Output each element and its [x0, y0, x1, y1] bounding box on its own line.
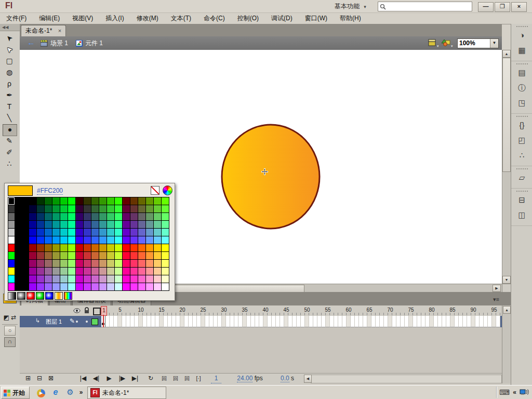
frame-20[interactable]	[180, 316, 184, 327]
color-swatch[interactable]	[162, 229, 169, 236]
color-swatch[interactable]	[99, 229, 107, 236]
zoom-dropdown-button[interactable]: ▼	[490, 39, 498, 48]
color-swatch[interactable]	[138, 260, 145, 267]
color-swatch[interactable]	[107, 268, 114, 275]
frame-12[interactable]	[147, 316, 151, 327]
onion-skin-button[interactable]: 回	[170, 374, 181, 383]
color-swatch[interactable]	[115, 260, 122, 267]
color-swatch[interactable]	[115, 275, 122, 283]
color-swatch[interactable]	[123, 197, 130, 205]
transform-panel-icon[interactable]: ◳	[515, 96, 529, 110]
frame-50[interactable]	[305, 316, 309, 327]
color-swatch[interactable]	[29, 221, 36, 228]
line-tool[interactable]: ╲	[3, 113, 16, 124]
color-swatch[interactable]	[162, 283, 169, 290]
color-swatch[interactable]	[123, 275, 130, 283]
color-swatch[interactable]	[29, 260, 36, 267]
color-swatch[interactable]	[154, 252, 161, 259]
color-swatch[interactable]	[115, 221, 122, 228]
color-swatch[interactable]	[130, 205, 138, 212]
frame-58[interactable]	[338, 316, 342, 327]
workspace-switcher-button[interactable]: 基本功能 ▾	[331, 2, 369, 11]
color-swatch[interactable]	[99, 213, 107, 220]
color-swatch[interactable]	[37, 275, 44, 283]
color-swatch[interactable]	[162, 268, 169, 275]
color-swatch[interactable]	[29, 197, 36, 205]
color-swatch[interactable]	[29, 268, 36, 275]
color-swatch[interactable]	[91, 236, 99, 244]
frame-25[interactable]	[201, 316, 205, 327]
color-swatch[interactable]	[91, 229, 99, 236]
color-swatch[interactable]	[115, 268, 122, 275]
search-input[interactable]	[388, 3, 472, 10]
color-swatch[interactable]	[52, 236, 60, 244]
frame-74[interactable]	[405, 316, 409, 327]
layer-lock-dot[interactable]	[86, 321, 88, 323]
color-swatch[interactable]	[115, 252, 122, 259]
frame-72[interactable]	[396, 316, 401, 327]
color-swatch[interactable]	[123, 213, 130, 220]
back-button[interactable]: ←	[27, 38, 35, 47]
frame-79[interactable]	[425, 316, 430, 327]
frame-37[interactable]	[251, 316, 255, 327]
color-swatch[interactable]	[76, 229, 83, 236]
frame-84[interactable]	[446, 316, 450, 327]
color-swatch[interactable]	[37, 268, 44, 275]
frame-77[interactable]	[417, 316, 421, 327]
color-swatch[interactable]	[130, 244, 138, 251]
info-panel-icon[interactable]: ⓘ	[515, 81, 529, 95]
frame-38[interactable]	[255, 316, 259, 327]
color-swatch[interactable]	[8, 213, 15, 220]
color-swatch[interactable]	[91, 221, 99, 228]
motion-presets-panel-icon[interactable]: ∴	[515, 149, 529, 162]
color-swatch[interactable]	[115, 236, 122, 244]
color-swatch[interactable]	[154, 221, 161, 228]
frame-29[interactable]	[218, 316, 222, 327]
color-swatch[interactable]	[84, 213, 91, 220]
color-swatch[interactable]	[107, 275, 114, 283]
menu-item-0[interactable]: 文件(F)	[0, 13, 33, 24]
color-swatch[interactable]	[52, 268, 60, 275]
show-layers-as-outlines-icon[interactable]	[93, 308, 101, 315]
timeline-frame-ruler[interactable]: 5101520253035404550556065707580859095	[101, 305, 502, 316]
frame-6[interactable]	[122, 316, 126, 327]
frame-57[interactable]	[334, 316, 338, 327]
color-swatch[interactable]	[107, 252, 114, 259]
frame-49[interactable]	[301, 316, 305, 327]
gradient-swatch[interactable]	[26, 292, 35, 300]
frame-19[interactable]	[176, 316, 180, 327]
color-swatch[interactable]	[76, 268, 83, 275]
color-swatch[interactable]	[76, 275, 83, 283]
frame-44[interactable]	[280, 316, 284, 327]
minimize-button[interactable]: —	[478, 2, 494, 12]
layer-outline-color-swatch[interactable]	[91, 318, 98, 325]
color-swatch[interactable]	[8, 229, 15, 236]
gradient-swatch[interactable]	[17, 292, 25, 300]
edit-scene-button[interactable]: ▾	[428, 38, 439, 48]
color-swatch[interactable]	[130, 275, 138, 283]
input-method-keyboard-icon[interactable]: ⌨	[499, 388, 510, 396]
frame-82[interactable]	[438, 316, 442, 327]
frame-55[interactable]	[326, 316, 330, 327]
color-swatch[interactable]	[138, 221, 145, 228]
color-swatch[interactable]	[60, 221, 68, 228]
layer-visibility-dot[interactable]	[76, 321, 78, 323]
tray-collapse-chevron[interactable]: «	[513, 389, 516, 396]
3d-rotation-tool[interactable]: ◍	[3, 67, 16, 78]
scroll-left-button[interactable]: ◀	[304, 375, 312, 383]
color-swatch[interactable]	[146, 229, 153, 236]
color-swatch[interactable]	[99, 205, 107, 212]
color-swatch[interactable]	[60, 213, 68, 220]
color-swatch[interactable]	[45, 213, 52, 220]
frame-96[interactable]	[496, 316, 500, 327]
color-swatch[interactable]	[8, 252, 15, 259]
color-swatch[interactable]	[45, 197, 52, 205]
color-swatch[interactable]	[123, 236, 130, 244]
color-swatch[interactable]	[162, 244, 169, 251]
frame-90[interactable]	[471, 316, 475, 327]
frame-59[interactable]	[342, 316, 347, 327]
color-swatch[interactable]	[115, 283, 122, 290]
color-swatch[interactable]	[138, 283, 145, 290]
frame-51[interactable]	[309, 316, 313, 327]
tools-panel-collapse-button[interactable]: ◀◀	[0, 24, 21, 31]
